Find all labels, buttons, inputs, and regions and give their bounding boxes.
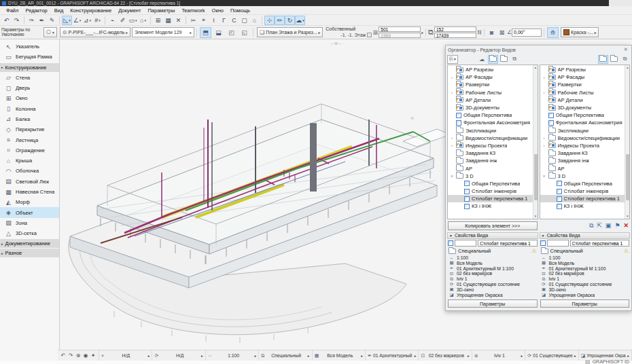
scroll-down-icon[interactable]: ▼ — [625, 214, 630, 219]
tree-item[interactable]: Общая Перспектива — [540, 111, 630, 119]
frame-tool-icon[interactable]: ▢ — [239, 16, 249, 25]
tool-Объект[interactable]: ◈Объект — [0, 207, 59, 217]
setting-layer-combination[interactable]: ⧉lviv 1 — [540, 276, 631, 282]
tree-item[interactable]: АР Разрезы — [448, 66, 538, 73]
size-bottom-input[interactable] — [434, 33, 476, 38]
parameters-pen-icon[interactable]: ✎ — [47, 16, 57, 25]
publisher-tab[interactable]: ⧉ — [510, 55, 520, 64]
tree-item[interactable]: Общая Перспектива — [540, 180, 630, 187]
edit-schedule-icon[interactable]: ▦ — [163, 16, 173, 25]
clone-view-icon[interactable]: ⧉ — [589, 222, 593, 230]
setting-model-filter[interactable]: ▦Вся Модель — [447, 260, 538, 266]
storey-picker-button[interactable] — [367, 33, 372, 37]
layout-book-tab[interactable] — [499, 55, 509, 64]
statusbar-scale-combo[interactable]: ⇔1:100▸ — [206, 350, 259, 361]
setting-window-type[interactable]: ▣3D-окно — [447, 287, 538, 292]
copy-item-button[interactable]: Копировать элемент >>> — [448, 221, 538, 230]
setting-dimension-style[interactable]: ⊡02 без маркеров — [540, 271, 631, 276]
setting-window-type[interactable]: ▣3D-окно — [540, 287, 631, 292]
arc-tool-icon[interactable]: C — [229, 16, 239, 25]
undo-icon[interactable]: ↶ — [1, 16, 12, 25]
tool-Ограждение[interactable]: ⌗Ограждение — [0, 145, 59, 156]
view-id-input[interactable] — [455, 240, 476, 247]
redo-icon[interactable]: ↷ — [12, 16, 22, 25]
toolbox-section-Документирование[interactable]: ▸Документирование — [0, 239, 59, 248]
tree-item[interactable]: ›Рабочие Листы — [540, 89, 630, 96]
move-options-icon[interactable]: ⊞ — [153, 16, 163, 25]
guide-lines-icon[interactable]: ◺▾ — [62, 16, 72, 25]
menu-документ[interactable]: Документ — [115, 7, 144, 14]
tree-item[interactable]: v3 D — [540, 172, 630, 180]
angle-input[interactable] — [512, 29, 542, 37]
view-name-input[interactable] — [478, 240, 538, 247]
tool-Колонна[interactable]: ▯Колонна — [0, 103, 59, 113]
tool-Зона[interactable]: ▨Зона — [0, 218, 59, 228]
tree-item[interactable]: Стілобат перспектива 1 — [448, 195, 538, 202]
setting-scale[interactable]: ⇔1:100 — [540, 255, 631, 261]
tool-Навесная Стена[interactable]: ▦Навесная Стена — [0, 187, 59, 197]
tool-Дверь[interactable]: ◻Дверь — [0, 83, 59, 93]
menu-конструирование[interactable]: Конструирование — [67, 7, 115, 14]
surface-combo[interactable]: Краска -... ▸ — [561, 27, 599, 37]
layer-combo[interactable]: ⊙ P-PIPE-___-...IFC-модель ▸ — [60, 27, 130, 37]
tool-Оболочка[interactable]: ◠Оболочка — [0, 166, 59, 176]
tree-item[interactable]: Развертки — [540, 81, 630, 88]
expand-icon[interactable]: › — [542, 143, 546, 147]
tree-item[interactable]: Завдання інж — [540, 157, 630, 164]
marquee-mode-icon[interactable]: ▭▾ — [128, 16, 138, 25]
slope-editing-icon[interactable]: ∠▾ — [72, 16, 82, 25]
tool-Крыша[interactable]: ⌂Крыша — [0, 156, 59, 166]
view-map-tab[interactable] — [598, 55, 608, 64]
tree-item[interactable]: ›АР Фасады — [540, 73, 630, 81]
camera-view-icon[interactable]: ☁▾ — [295, 16, 305, 25]
show-axes-icon[interactable]: ⊹ — [264, 16, 275, 25]
delete-icon[interactable]: ✕ — [623, 222, 629, 229]
corner-tool-icon[interactable]: Γ — [219, 16, 229, 25]
menu-окно[interactable]: Окно — [209, 7, 227, 14]
elevation-bottom-input[interactable] — [379, 33, 421, 38]
new-folder-icon[interactable]: ▣ — [605, 222, 612, 229]
tree-item[interactable]: 3D-документы — [540, 104, 630, 111]
scroll-down-icon[interactable]: ▼ — [533, 214, 538, 219]
setting-display-mode[interactable]: ◪Упрощенная Окраска — [447, 292, 538, 297]
render-brush-icon[interactable]: ✏ — [275, 16, 285, 25]
tree-item[interactable]: КЗ і ІНЖ — [448, 202, 538, 210]
parameters-button[interactable]: Параметры — [448, 299, 538, 308]
statusbar-model-filter-combo[interactable]: ▦Вся Модель▸ — [313, 350, 366, 361]
tree-item[interactable]: ›Индексы Проекта — [540, 142, 630, 149]
setting-pen-set[interactable]: ✒01 Архитектурный М 1:100 — [540, 266, 631, 271]
geometry-method-1-button[interactable]: ⬒ — [200, 27, 211, 38]
geometry-method-4-button[interactable]: ◱ — [239, 27, 250, 38]
expand-icon[interactable]: › — [450, 90, 454, 94]
floorplan-display-combo[interactable]: ❏ План Этажа и Разрез... ▸ — [257, 27, 323, 37]
tree-item[interactable]: 3D-документы — [448, 104, 538, 111]
pickup-parameters-icon[interactable]: ✑ — [27, 16, 37, 25]
expand-icon[interactable]: › — [450, 136, 454, 140]
expand-icon[interactable]: › — [542, 90, 546, 94]
reset-button[interactable]: ⊠ — [497, 27, 506, 38]
view-properties-header[interactable]: ▼ Свойства Вида — [540, 232, 631, 239]
view-properties-header[interactable]: ▼ Свойства Вида — [447, 232, 538, 239]
tool-Окно[interactable]: ⊞Окно — [0, 93, 59, 103]
menu-файл[interactable]: Файл — [3, 7, 22, 14]
zoom-tool-icon[interactable]: ⌖ — [198, 16, 209, 25]
elevation-top-input[interactable] — [379, 26, 421, 32]
close-item-icon[interactable]: ✕ — [173, 16, 183, 25]
tree-item[interactable]: Стілобат інженерів — [540, 187, 630, 195]
statusbar-renovation-filter-combo[interactable]: ⟳01 Существующее с...▸ — [525, 350, 578, 361]
layout-book-tab[interactable] — [609, 55, 619, 64]
setting-dimension-style[interactable]: ⊡02 без маркеров — [447, 271, 538, 276]
tree-item[interactable]: АР — [540, 164, 630, 172]
scrollbar[interactable]: ▲▼ — [625, 65, 629, 219]
tool-Балка[interactable]: ⊿Балка — [0, 114, 59, 124]
toolbox-section-Конструирование[interactable]: ▸Конструирование — [0, 63, 59, 72]
parameters-button[interactable]: Параметры — [540, 299, 630, 308]
project-map-tab[interactable]: ☁ — [477, 55, 487, 64]
menu-помощь[interactable]: Помощь — [227, 7, 253, 14]
view-map-tab[interactable] — [488, 55, 498, 64]
tool-3D-сетка[interactable]: △3D-сетка — [0, 228, 59, 238]
surface-override-button[interactable]: ⟰ — [547, 27, 559, 38]
tree-item[interactable]: v3 D — [448, 172, 538, 180]
project-chooser-button[interactable]: ⎘▾ — [447, 55, 458, 64]
scroll-up-icon[interactable]: ▲ — [533, 65, 538, 70]
